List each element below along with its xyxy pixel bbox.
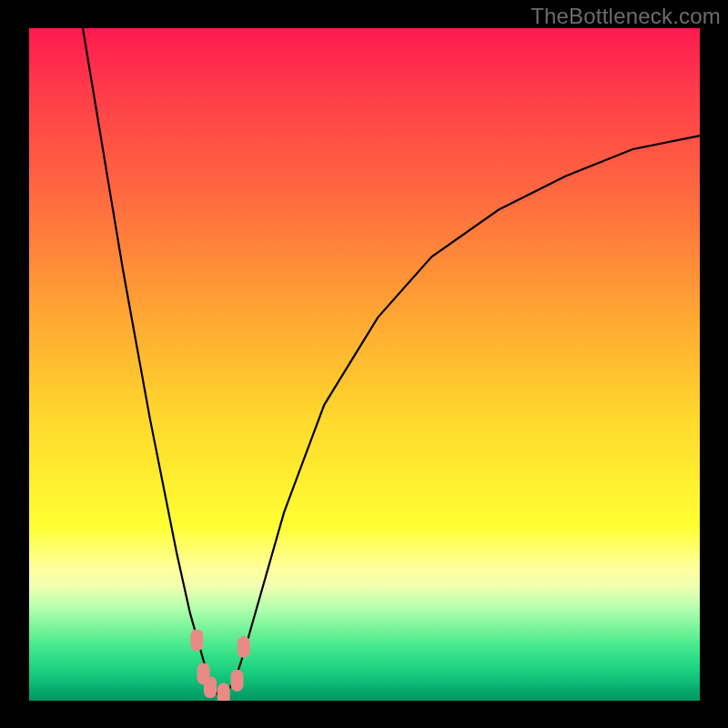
- trough-marker-mid3: [217, 683, 230, 701]
- bottleneck-curve: [83, 28, 700, 694]
- trough-marker-mid2: [204, 676, 217, 698]
- trough-marker-mid4: [231, 670, 244, 692]
- trough-marker-right: [238, 636, 250, 658]
- trough-marker-left: [190, 630, 203, 652]
- trough-markers-group: [190, 630, 249, 702]
- chart-overlay: [29, 28, 700, 701]
- watermark-text: TheBottleneck.com: [531, 4, 721, 29]
